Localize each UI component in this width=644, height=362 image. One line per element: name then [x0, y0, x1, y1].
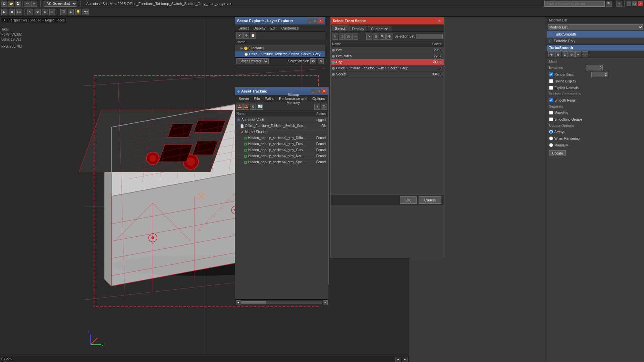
- sfs-close[interactable]: ✕: [437, 18, 442, 23]
- at-tb-1[interactable]: 📥: [236, 104, 243, 110]
- le-refresh-icon[interactable]: ↻: [318, 58, 324, 64]
- at-row-2[interactable]: 🗂 Maps / Shaders: [235, 129, 328, 135]
- prev-btn[interactable]: ◄: [395, 357, 401, 362]
- layer-explorer-maximize[interactable]: □: [313, 18, 318, 23]
- rp-nav-1[interactable]: ⊕: [548, 51, 554, 57]
- search-input[interactable]: [544, 1, 605, 7]
- le-toolbar-3[interactable]: 📋: [250, 33, 256, 39]
- maximize-btn[interactable]: □: [632, 1, 637, 6]
- rp-always-radio[interactable]: [549, 130, 553, 134]
- sfs-toolbar-8[interactable]: ⚙: [386, 34, 392, 40]
- toolbar-icon-2[interactable]: ⏹: [9, 9, 15, 15]
- search-icon[interactable]: 🔍: [606, 1, 612, 7]
- sfs-toolbar-select[interactable]: ↖: [332, 34, 338, 40]
- scale-icon[interactable]: ⤢: [49, 9, 55, 15]
- rp-nav-4[interactable]: ⊘: [569, 51, 575, 57]
- at-menu-bitmap[interactable]: Bitmap Performance and Memory: [277, 92, 310, 105]
- sfs-tab-customize[interactable]: Customize: [368, 26, 391, 32]
- rp-render-checkbox[interactable]: [549, 72, 553, 76]
- rp-render-checkbox-input[interactable]: [549, 72, 553, 76]
- select-icon[interactable]: ↖: [27, 9, 33, 15]
- rp-isoline-checkbox[interactable]: [549, 79, 553, 83]
- at-tb-settings[interactable]: ⚙: [321, 104, 327, 110]
- rp-modifier-turbosmooh[interactable]: ☑ TurboSmooth: [547, 31, 644, 38]
- layer-row-office[interactable]: Office_Furniture_Tabletop_Switch_Socket_…: [235, 51, 325, 57]
- le-menu-customize[interactable]: Customize: [279, 25, 301, 31]
- rp-modifier-select[interactable]: Modifier List: [548, 24, 643, 30]
- sfs-row-boxsides[interactable]: Box_sides 2752: [331, 53, 444, 59]
- at-tb-4[interactable]: 📊: [257, 104, 263, 110]
- at-menu-paths[interactable]: Paths: [263, 96, 276, 101]
- at-row-7[interactable]: 🖼 Hidden_pop-up_socket-4_grey_Specular..…: [235, 159, 328, 165]
- at-row-0[interactable]: 🏛 Autodesk Vault Logged: [235, 117, 328, 123]
- sfs-toolbar-6[interactable]: ⊞: [373, 34, 379, 40]
- close-btn[interactable]: ✕: [638, 1, 643, 6]
- sfs-toolbar-7[interactable]: 🔍: [380, 34, 386, 40]
- minimize-btn[interactable]: _: [627, 1, 631, 6]
- camera-icon[interactable]: 📷: [83, 9, 89, 15]
- at-row-6[interactable]: 🖼 Hidden_pop-up_socket-4_grey_Normal....…: [235, 153, 328, 159]
- le-menu-edit[interactable]: Edit: [268, 25, 279, 31]
- at-scroll-left[interactable]: ◄: [236, 300, 240, 305]
- sfs-row-box[interactable]: Box 2056: [331, 47, 444, 53]
- le-menu-select[interactable]: Select: [236, 25, 251, 31]
- at-row-3[interactable]: 🖼 Hidden_pop-up_socket-4_grey_Diffuse.p.…: [235, 135, 328, 141]
- rp-manually-radio[interactable]: [549, 143, 553, 147]
- sfs-tab-select[interactable]: Select: [332, 25, 348, 32]
- le-menu-display[interactable]: Display: [252, 25, 268, 31]
- at-menu-server[interactable]: Server: [236, 96, 251, 101]
- sfs-row-socket[interactable]: Socket 30486: [331, 71, 444, 77]
- at-minimize[interactable]: _: [311, 89, 316, 94]
- rp-nav-6[interactable]: ⋯: [582, 51, 588, 57]
- help-icon[interactable]: ?: [616, 1, 622, 7]
- toolbar-icon-1[interactable]: ▶: [1, 9, 7, 15]
- rp-iterations-input[interactable]: 0: [586, 65, 603, 70]
- at-scroll-track[interactable]: [241, 301, 322, 304]
- at-maximize[interactable]: □: [316, 89, 321, 94]
- rp-nav-5[interactable]: ≡: [575, 51, 581, 57]
- at-tb-3[interactable]: ⛢: [250, 104, 256, 110]
- sfs-cancel-btn[interactable]: Cancel: [419, 196, 441, 204]
- sfs-selection-input[interactable]: [416, 34, 443, 39]
- le-toolbar-1[interactable]: ✕: [236, 33, 243, 39]
- sfs-toolbar-3[interactable]: ◎: [345, 34, 352, 40]
- rp-explicit-normals-checkbox[interactable]: [549, 86, 553, 90]
- material-icon[interactable]: ◈: [68, 9, 74, 15]
- sfs-toolbar-4[interactable]: ⋯: [352, 34, 358, 40]
- new-icon[interactable]: 🗋: [1, 1, 7, 7]
- sfs-tab-display[interactable]: Display: [349, 26, 367, 32]
- rp-smooth-checkbox[interactable]: [549, 98, 553, 102]
- next-btn[interactable]: ►: [402, 357, 408, 362]
- at-tb-2[interactable]: 📤: [243, 104, 249, 110]
- rp-update-btn[interactable]: Update: [549, 150, 566, 156]
- at-menu-file[interactable]: File: [252, 96, 262, 101]
- le-footer-dropdown[interactable]: Layer Explorer: [236, 58, 269, 64]
- toolbar-icon-3[interactable]: ⏭: [16, 9, 22, 15]
- rp-when-rendering-radio[interactable]: [549, 136, 553, 140]
- at-menu-options[interactable]: Options: [310, 96, 327, 101]
- rp-nav-2[interactable]: ⊖: [555, 51, 561, 57]
- open-icon[interactable]: 📂: [8, 1, 14, 7]
- at-row-1[interactable]: 📄 Office_Furniture_Tabletop_Switch_Socke…: [235, 123, 328, 129]
- lights-icon[interactable]: 💡: [75, 9, 81, 15]
- sfs-ok-btn[interactable]: OK: [400, 196, 417, 204]
- at-row-5[interactable]: 🖼 Hidden_pop-up_socket-4_grey_Glossines.…: [235, 147, 328, 153]
- le-toolbar-2[interactable]: ⚙: [243, 33, 249, 39]
- layer-explorer-close[interactable]: ✕: [318, 18, 323, 23]
- sfs-toolbar-5[interactable]: ✕: [366, 34, 372, 40]
- save-icon[interactable]: 💾: [15, 1, 21, 7]
- move-icon[interactable]: ✥: [35, 9, 41, 15]
- at-tb-help[interactable]: ?: [314, 104, 320, 110]
- layer-explorer-minimize[interactable]: _: [308, 18, 312, 23]
- le-settings-icon[interactable]: ⚙: [310, 58, 316, 64]
- rp-render-iters-input[interactable]: 2: [591, 72, 608, 77]
- rp-modifier-editable-poly[interactable]: ☑ Editable Poly: [547, 38, 644, 44]
- redo-icon[interactable]: ↪: [31, 1, 37, 7]
- render-icon[interactable]: 🎬: [60, 9, 66, 15]
- rp-smoothing-checkbox[interactable]: [549, 117, 553, 121]
- workspace-dropdown[interactable]: AK_Screenshot: [44, 1, 77, 7]
- at-row-4[interactable]: 🖼 Hidden_pop-up_socket-4_grey_Fresnel.p.…: [235, 141, 328, 147]
- undo-icon[interactable]: ↩: [24, 1, 31, 7]
- sfs-toolbar-2[interactable]: □: [339, 34, 345, 40]
- rp-materials-checkbox[interactable]: [549, 111, 553, 115]
